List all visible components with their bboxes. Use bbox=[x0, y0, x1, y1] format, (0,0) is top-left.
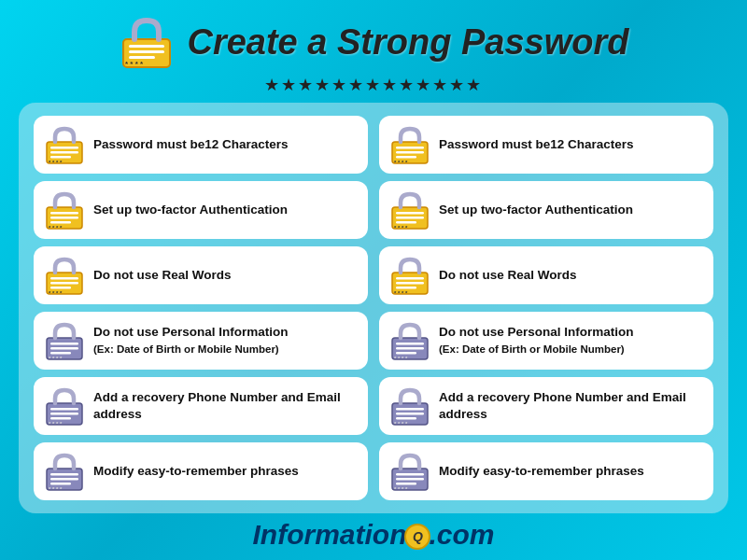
svg-rect-44 bbox=[396, 352, 416, 355]
tip-text-3a: Do not use Real Words bbox=[93, 267, 232, 284]
svg-rect-34 bbox=[396, 287, 416, 289]
svg-rect-19 bbox=[50, 221, 71, 224]
svg-rect-39 bbox=[50, 352, 71, 355]
svg-text:* * * *: * * * * bbox=[49, 160, 63, 165]
tip-text-4b: Do not use Personal Information (Ex: Dat… bbox=[439, 324, 634, 357]
tip-text-2a: Set up two-factor Authentication bbox=[93, 202, 288, 218]
svg-rect-54 bbox=[396, 417, 416, 420]
svg-text:* * * *: * * * * bbox=[49, 486, 63, 492]
svg-text:* * * *: * * * * bbox=[394, 421, 408, 427]
header-lock-icon: * * * * bbox=[118, 13, 176, 71]
svg-text:* * * *: * * * * bbox=[394, 356, 408, 361]
svg-rect-62 bbox=[396, 473, 424, 476]
tip-text-4a: Do not use Personal Information (Ex: Dat… bbox=[93, 324, 289, 357]
svg-rect-37 bbox=[50, 343, 78, 345]
svg-rect-29 bbox=[50, 287, 71, 289]
tip-text-5b: Add a recovery Phone Number and Email ad… bbox=[439, 389, 704, 422]
svg-text:* * * *: * * * * bbox=[394, 486, 408, 492]
tip-item-5b: * * * * Add a recovery Phone Number and … bbox=[379, 377, 713, 435]
svg-rect-32 bbox=[396, 277, 424, 280]
tip-lock-icon-3b: * * * * bbox=[388, 254, 431, 297]
svg-rect-33 bbox=[396, 282, 424, 285]
svg-rect-3 bbox=[129, 56, 155, 59]
svg-rect-24 bbox=[396, 221, 416, 224]
tip-text-1b: Password must be12 Characters bbox=[439, 136, 634, 153]
tip-item-6b: * * * * Modify easy-to-remember phrases bbox=[379, 442, 713, 500]
svg-text:* * * *: * * * * bbox=[49, 356, 63, 361]
tip-row-5: * * * * Add a recovery Phone Number and … bbox=[34, 377, 713, 435]
tip-item-3b: * * * * Do not use Real Words bbox=[379, 246, 713, 304]
footer: InformationQ.com bbox=[252, 519, 494, 551]
tip-lock-icon-4a: * * * * bbox=[43, 319, 86, 362]
tip-row-3: * * * * Do not use Real Words * * * * bbox=[34, 246, 713, 304]
tip-lock-icon-5b: * * * * bbox=[388, 385, 431, 427]
svg-rect-23 bbox=[396, 217, 424, 219]
svg-rect-22 bbox=[396, 212, 424, 215]
svg-rect-57 bbox=[50, 473, 78, 476]
svg-rect-52 bbox=[396, 408, 424, 411]
tip-lock-icon-5a: * * * * bbox=[43, 385, 86, 427]
svg-rect-53 bbox=[396, 413, 424, 415]
svg-rect-13 bbox=[396, 151, 424, 154]
svg-rect-18 bbox=[50, 217, 78, 219]
tip-row-1: * * * * Password must be12 Characters * … bbox=[34, 116, 713, 174]
tip-item-4a: * * * * Do not use Personal Information … bbox=[34, 312, 368, 370]
svg-rect-42 bbox=[396, 343, 424, 345]
svg-rect-63 bbox=[396, 478, 424, 481]
footer-text-before: Information bbox=[252, 519, 406, 550]
tip-item-1a: * * * * Password must be12 Characters bbox=[34, 116, 368, 174]
footer-text-after: .com bbox=[429, 519, 494, 550]
tips-card: * * * * Password must be12 Characters * … bbox=[19, 103, 728, 513]
tip-row-2: * * * * Set up two-factor Authentication… bbox=[34, 181, 713, 239]
svg-rect-59 bbox=[50, 483, 71, 485]
tip-lock-icon-1a: * * * * bbox=[43, 123, 86, 166]
tip-lock-icon-6b: * * * * bbox=[388, 450, 431, 493]
svg-rect-2 bbox=[129, 50, 164, 53]
tip-lock-icon-2b: * * * * bbox=[388, 189, 431, 231]
stars-decoration: ★★★★★★★★★★★★★ bbox=[264, 75, 483, 95]
svg-text:* * * *: * * * * bbox=[125, 60, 144, 68]
svg-rect-7 bbox=[50, 147, 78, 149]
tip-text-3b: Do not use Real Words bbox=[439, 267, 577, 284]
svg-text:* * * *: * * * * bbox=[394, 225, 408, 231]
tip-lock-icon-6a: * * * * bbox=[43, 450, 86, 493]
tip-item-2a: * * * * Set up two-factor Authentication bbox=[34, 181, 368, 239]
svg-rect-12 bbox=[396, 147, 424, 149]
tip-text-6b: Modify easy-to-remember phrases bbox=[439, 463, 644, 480]
footer-q-circle: Q bbox=[404, 524, 430, 550]
svg-rect-8 bbox=[50, 151, 78, 154]
tip-item-4b: * * * * Do not use Personal Information … bbox=[379, 312, 713, 370]
header: * * * * Create a Strong Password bbox=[118, 13, 628, 71]
tip-item-1b: * * * * Password must be12 Characters bbox=[379, 116, 713, 174]
svg-rect-9 bbox=[50, 156, 71, 159]
page: * * * * Create a Strong Password ★★★★★★★… bbox=[0, 0, 747, 560]
svg-text:* * * *: * * * * bbox=[394, 290, 408, 296]
tip-row-4: * * * * Do not use Personal Information … bbox=[34, 312, 713, 370]
tip-text-6a: Modify easy-to-remember phrases bbox=[93, 463, 299, 480]
svg-rect-28 bbox=[50, 282, 78, 285]
tip-text-5a: Add a recovery Phone Number and Email ad… bbox=[93, 389, 359, 422]
tip-text-2b: Set up two-factor Authentication bbox=[439, 202, 633, 218]
svg-rect-38 bbox=[50, 347, 78, 350]
svg-rect-58 bbox=[50, 478, 78, 481]
svg-rect-27 bbox=[50, 277, 78, 280]
svg-rect-49 bbox=[50, 417, 71, 420]
svg-rect-17 bbox=[50, 212, 78, 215]
svg-rect-1 bbox=[129, 45, 164, 48]
tip-item-3a: * * * * Do not use Real Words bbox=[34, 246, 368, 304]
svg-text:* * * *: * * * * bbox=[394, 160, 408, 165]
svg-rect-14 bbox=[396, 156, 416, 159]
svg-text:* * * *: * * * * bbox=[49, 290, 63, 296]
tip-item-6a: * * * * Modify easy-to-remember phrases bbox=[34, 442, 368, 500]
svg-text:* * * *: * * * * bbox=[49, 421, 63, 427]
tip-row-6: * * * * Modify easy-to-remember phrases … bbox=[34, 442, 713, 500]
svg-rect-47 bbox=[50, 408, 78, 411]
svg-rect-43 bbox=[396, 347, 424, 350]
svg-text:* * * *: * * * * bbox=[49, 225, 63, 231]
tip-lock-icon-3a: * * * * bbox=[43, 254, 86, 297]
tip-text-1a: Password must be12 Characters bbox=[93, 136, 289, 153]
tip-lock-icon-4b: * * * * bbox=[388, 319, 431, 362]
tip-item-5a: * * * * Add a recovery Phone Number and … bbox=[34, 377, 368, 435]
tip-lock-icon-2a: * * * * bbox=[43, 189, 86, 231]
tip-item-2b: * * * * Set up two-factor Authentication bbox=[379, 181, 713, 239]
